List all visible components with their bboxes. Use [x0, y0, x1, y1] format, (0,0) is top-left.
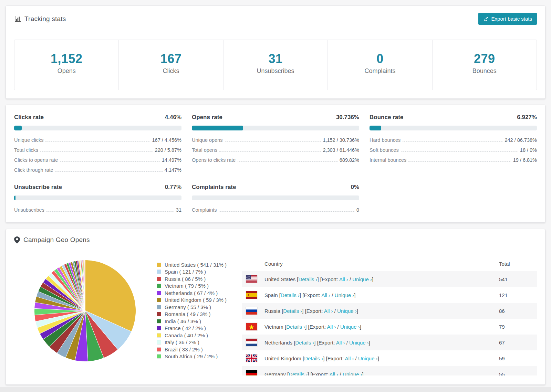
country-name: Germany [264, 371, 286, 376]
details-link[interactable]: Details › [299, 276, 318, 282]
legend-item-russia: Russia ( 86 / 5% ) [157, 275, 227, 283]
legend-swatch [157, 333, 161, 338]
stat-value: 167 [119, 52, 223, 66]
rate-detail-label: Total clicks [14, 147, 38, 153]
export-unique-link[interactable]: Unique › [340, 324, 360, 330]
legend-swatch [157, 312, 161, 316]
rate-detail-row: Internal bounces19 / 6.81% [370, 157, 537, 163]
details-link[interactable]: Details › [289, 371, 308, 376]
legend-swatch [157, 298, 161, 302]
country-name: Netherlands [264, 340, 292, 346]
country-name: United Kingdom [264, 356, 301, 361]
rate-percentage-value: 30.736% [336, 114, 359, 121]
details-link[interactable]: Details › [283, 308, 302, 314]
summary-stat-opens: 1,152Opens [14, 40, 119, 90]
export-all-link[interactable]: All › [336, 340, 345, 346]
rate-detail-row: Unique clicks167 / 4.456% [14, 137, 181, 143]
pie-svg [33, 259, 137, 362]
pie-slice-43 [85, 260, 85, 311]
export-all-link[interactable]: All › [339, 276, 348, 282]
us-flag-icon [246, 275, 257, 283]
rate-detail-value: 689.82% [340, 157, 359, 163]
rate-detail-label: Total opens [192, 147, 217, 153]
legend-swatch [157, 340, 161, 345]
stat-value: 1,152 [14, 52, 118, 66]
legend-item-united-kingdom: United Kingdom ( 59 / 3% ) [157, 297, 227, 304]
stat-label: Opens [14, 67, 118, 75]
flag-cell [242, 350, 261, 366]
rate-detail-rows: Unique opens1,152 / 30.736%Total opens2,… [192, 137, 359, 163]
summary-stats: 1,152Opens167Clicks31Unsubscribes0Compla… [14, 40, 537, 90]
stat-value: 31 [223, 52, 328, 66]
export-all-link[interactable]: All › [330, 371, 339, 376]
export-unique-link[interactable]: Unique › [349, 340, 369, 346]
rate-detail-value: 18 / 0% [520, 147, 537, 153]
rate-block-bounce-rate: Bounce rate6.927%Hard bounces242 / 86.73… [370, 114, 537, 173]
export-all-link[interactable]: All › [321, 292, 330, 298]
legend-swatch [157, 326, 161, 330]
legend-item-united-states: United States ( 541 / 31% ) [157, 261, 227, 268]
table-row-nl: Netherlands [Details ›] [Export: All › /… [242, 335, 537, 350]
export-all-link[interactable]: All › [327, 324, 336, 330]
legend-label: Russia ( 86 / 5% ) [165, 276, 206, 282]
rate-title: Complaints rate [192, 184, 236, 191]
legend-label: Vietnam ( 79 / 5% ) [165, 283, 209, 289]
legend-label: India ( 46 / 3% ) [165, 318, 201, 324]
total-cell: 59 [496, 350, 537, 366]
rate-detail-rows: Unique clicks167 / 4.456%Total clicks220… [14, 137, 181, 173]
legend-label: Germany ( 55 / 3% ) [165, 304, 211, 310]
rate-detail-row: Total opens2,303 / 61.446% [192, 147, 359, 153]
export-unique-link[interactable]: Unique › [343, 371, 362, 376]
export-unique-link[interactable]: Unique › [335, 292, 354, 298]
rate-detail-label: Complaints [192, 207, 217, 213]
rate-block-unsubscribe-rate: Unsubscribe rate0.77%Unsubscribes31 [14, 184, 181, 213]
legend-swatch [157, 284, 161, 288]
export-basic-stats-button[interactable]: Export basic stats [478, 13, 537, 25]
rate-progress-bar [14, 195, 181, 200]
total-cell: 541 [496, 271, 537, 287]
table-row-es: Spain [Details ›] [Export: All › / Uniqu… [242, 287, 537, 303]
rate-detail-row: Hard bounces242 / 86.738% [370, 137, 537, 143]
details-link[interactable]: Details › [286, 324, 305, 330]
legend-label: France ( 42 / 2% ) [165, 325, 206, 331]
export-unique-link[interactable]: Unique › [358, 356, 378, 361]
export-unique-link[interactable]: Unique › [352, 276, 372, 282]
export-unique-link[interactable]: Unique › [337, 308, 357, 314]
rate-detail-label: Click through rate [14, 167, 53, 173]
pie-legend: United States ( 541 / 31% )Spain ( 121 /… [157, 255, 227, 375]
rate-detail-value: 0 [356, 207, 359, 213]
campaign-geo-opens-card: Campaign Geo Opens United States ( 541 /… [6, 229, 545, 385]
rate-detail-rows: Unsubscribes31 [14, 207, 181, 213]
rate-detail-value: 4.147% [165, 167, 181, 173]
rate-percentage-value: 6.927% [517, 114, 537, 121]
flag-column-header [242, 256, 261, 271]
geo-opens-table: Country Total United States [Details ›] … [242, 256, 537, 375]
rate-detail-label: Internal bounces [370, 157, 406, 163]
rate-block-opens-rate: Opens rate30.736%Unique opens1,152 / 30.… [192, 114, 359, 173]
rate-block-complaints-rate: Complaints rate0%Complaints0 [192, 184, 359, 213]
rate-head: Complaints rate0% [192, 184, 359, 191]
rate-detail-label: Unique clicks [14, 137, 43, 143]
details-link[interactable]: Details › [295, 340, 314, 346]
total-cell: 55 [496, 366, 537, 375]
rate-progress-bar [192, 126, 359, 130]
geo-table-scroll-area[interactable]: Country Total United States [Details ›] … [242, 256, 537, 375]
de-flag-icon [246, 370, 257, 375]
export-all-link[interactable]: All › [324, 308, 333, 314]
details-link[interactable]: Details › [281, 292, 300, 298]
rate-detail-row: Total clicks220 / 5.87% [14, 147, 181, 153]
country-name: United States [264, 276, 295, 282]
export-all-link[interactable]: All › [345, 356, 354, 361]
dotted-leader [401, 151, 518, 152]
geo-pie-chart [33, 255, 137, 375]
legend-label: Romania ( 49 / 3% ) [165, 311, 210, 317]
rates-card: Clicks rate4.46%Unique clicks167 / 4.456… [6, 105, 545, 223]
rate-detail-row: Click through rate4.147% [14, 167, 181, 173]
table-row-de: Germany [Details ›] [Export: All › / Uni… [242, 366, 537, 375]
country-name: Russia [264, 308, 280, 314]
stat-value: 279 [433, 52, 537, 66]
rate-progress-fill [14, 195, 15, 200]
flag-cell [242, 366, 261, 375]
details-link[interactable]: Details › [304, 356, 323, 361]
rate-percentage-value: 0% [351, 184, 359, 191]
